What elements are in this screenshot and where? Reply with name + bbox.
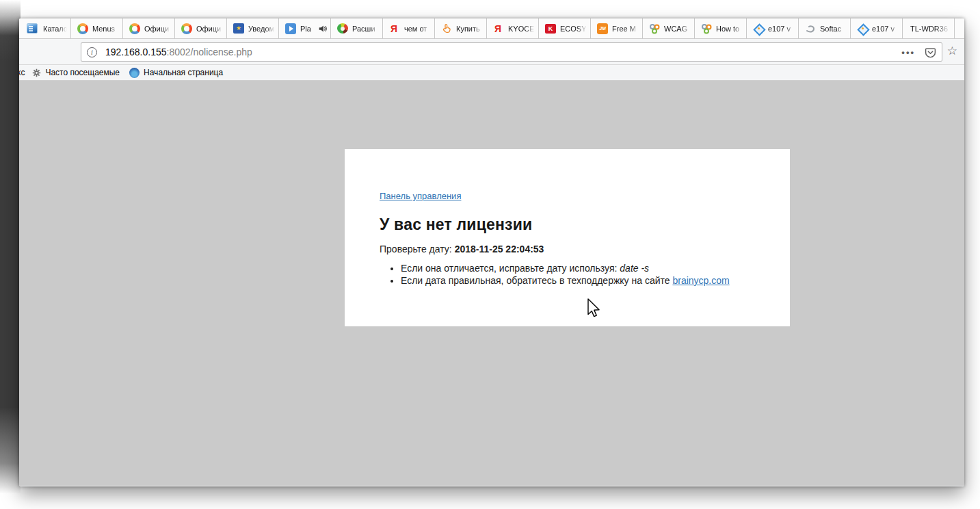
tab-label: How to [716, 25, 743, 33]
browser-tab[interactable]: Softac [799, 18, 851, 38]
desktop-background-left [0, 0, 21, 509]
browser-tab[interactable]: Расши [331, 18, 383, 38]
circles-icon [701, 23, 712, 34]
bookmark-item-frequent[interactable]: Часто посещаемые [27, 65, 124, 80]
browser-tab[interactable]: TL-WDR36 [903, 18, 955, 38]
tab-label: Free M [612, 25, 639, 33]
command-text: date -s [620, 263, 649, 274]
catalog-icon [27, 23, 38, 34]
tab-label: WCAG [664, 25, 691, 33]
tab-label: ECOSY [560, 25, 587, 33]
list-item: Если дата правильная, обратитесь в техпо… [401, 275, 769, 286]
hint-text: Если дата правильная, обратитесь в техпо… [401, 275, 672, 286]
tab-label: e107 v [872, 25, 899, 33]
softaculous-icon [805, 23, 816, 34]
play-icon [285, 23, 296, 34]
pocket-icon[interactable] [925, 47, 936, 58]
bookmarks-bar: кс Часто посещаемые Начальная страница [19, 65, 964, 81]
yandex-icon [389, 23, 400, 34]
page-actions-menu-icon[interactable]: ••• [901, 47, 915, 57]
browser-tab[interactable]: How to [695, 18, 747, 38]
tab-strip: Катало Menus Офици Офици Уведом Pla Расш… [19, 18, 964, 39]
bookmark-label: Начальная страница [144, 68, 223, 77]
date-line: Проверьте дату: 2018-11-25 22:04:53 [380, 244, 769, 254]
e107-icon [857, 23, 868, 34]
yandex-icon [493, 23, 504, 34]
date-value: 2018-11-25 22:04:53 [455, 244, 544, 254]
bookmark-item-cut[interactable]: кс [19, 65, 27, 80]
browser-tab[interactable]: чем от [383, 18, 435, 38]
url-input[interactable]: i 192.168.0.155:8002/nolicense.php ••• [81, 42, 942, 62]
joomla-icon [181, 23, 192, 34]
site-info-icon[interactable]: i [87, 47, 97, 57]
browser-tab[interactable]: Офици [175, 18, 227, 38]
hint-list: Если она отличается, исправьте дату испо… [380, 263, 769, 286]
kyocera-icon [545, 24, 556, 34]
tab-label: TL-WDR36 [910, 25, 951, 33]
tab-label: Menus [92, 25, 120, 33]
hand-pointer-icon [441, 23, 452, 34]
browser-tab[interactable]: WCAG [643, 18, 695, 38]
tab-label: Softac [820, 25, 847, 33]
circles-icon [649, 23, 660, 34]
navigation-toolbar: i 192.168.0.155:8002/nolicense.php ••• ☆ [19, 39, 964, 65]
page-title: У вас нет лицензии [380, 216, 769, 234]
page-actions: ••• [901, 47, 936, 58]
e107-icon [753, 23, 764, 34]
joomla-icon [77, 23, 88, 34]
browser-tab[interactable]: e107 v [747, 18, 799, 38]
license-error-card: Панель управления У вас нет лицензии Про… [345, 149, 790, 326]
joomla-icon [129, 23, 140, 34]
list-item: Если она отличается, исправьте дату испо… [401, 263, 769, 274]
page-viewport: Панель управления У вас нет лицензии Про… [19, 81, 964, 486]
bookmark-label: Часто посещаемые [45, 68, 120, 77]
mouse-cursor [587, 298, 602, 322]
tab-label: KYOCE [508, 25, 535, 33]
badge-star-icon [233, 23, 244, 34]
browser-tab[interactable]: Офици [123, 18, 175, 38]
tab-audio-icon[interactable] [318, 24, 328, 34]
url-text: 192.168.0.155:8002/nolicense.php [105, 47, 901, 57]
jm-icon [597, 23, 608, 34]
tab-label: Расши [352, 25, 380, 33]
tab-label: Катало [43, 25, 68, 33]
browser-logo-icon [337, 23, 348, 34]
hint-text: Если она отличается, исправьте дату испо… [401, 263, 620, 274]
browser-tab[interactable]: Купить [435, 18, 487, 38]
browser-tab[interactable]: Уведом [227, 18, 279, 38]
url-domain: 192.168.0.155 [105, 47, 167, 57]
tab-label: Pla [300, 25, 317, 33]
bookmark-star-icon[interactable]: ☆ [947, 45, 957, 57]
browser-window: Катало Menus Офици Офици Уведом Pla Расш… [19, 18, 964, 486]
bookmark-item-home[interactable]: Начальная страница [124, 65, 228, 80]
firefox-icon [129, 68, 140, 78]
browser-tab[interactable]: Free M [591, 18, 643, 38]
gear-icon [32, 68, 41, 77]
browser-tab[interactable]: Pla [279, 18, 331, 38]
tab-label: Офици [196, 25, 224, 33]
browser-tab[interactable]: KYOCE [487, 18, 539, 38]
url-path: :8002/nolicense.php [167, 47, 252, 57]
tab-label: e107 v [768, 25, 795, 33]
browser-tab[interactable]: e107 v [851, 18, 903, 38]
browser-tab[interactable]: ECOSY [539, 18, 591, 38]
browser-tab[interactable]: Menus [71, 18, 123, 38]
tab-label: Уведом [248, 25, 276, 33]
brainycp-link[interactable]: brainycp.com [672, 275, 729, 286]
tab-label: Офици [144, 25, 172, 33]
browser-tab[interactable]: Катало [19, 18, 71, 38]
date-label: Проверьте дату: [380, 244, 455, 254]
control-panel-link[interactable]: Панель управления [380, 191, 461, 201]
tab-label: чем от [404, 25, 432, 33]
tab-label: Купить [456, 25, 484, 33]
